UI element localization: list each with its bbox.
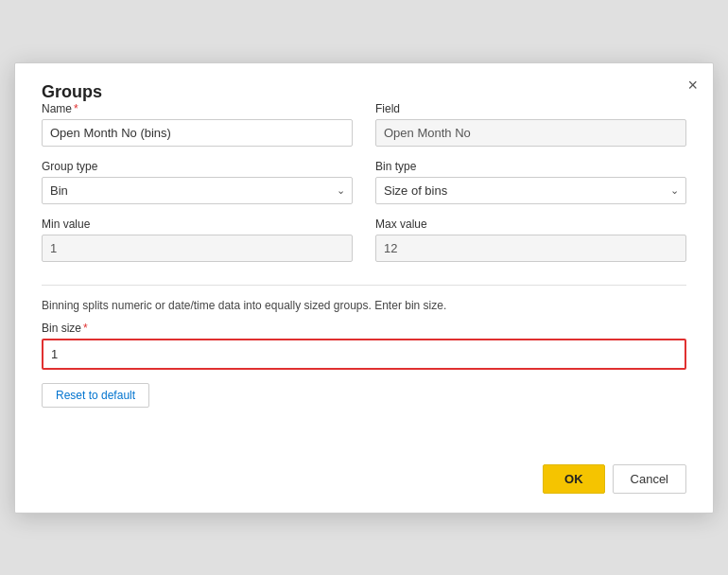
field-label: Field (375, 102, 686, 115)
bin-type-label: Bin type (375, 160, 686, 173)
bin-size-input[interactable] (43, 340, 685, 368)
max-value-input (375, 235, 686, 262)
reset-to-default-button[interactable]: Reset to default (42, 383, 149, 408)
max-value-label: Max value (375, 218, 686, 231)
bin-size-group: Bin size* (42, 322, 686, 370)
bin-type-select-wrapper: Size of bins Number of bins ⌄ (375, 177, 686, 204)
name-label: Name* (42, 102, 353, 115)
min-value-group: Min value (42, 218, 353, 262)
field-input (375, 119, 686, 147)
group-type-label: Group type (42, 160, 353, 173)
max-value-group: Max value (375, 218, 686, 262)
ok-button[interactable]: OK (543, 464, 605, 494)
min-value-input (42, 235, 353, 262)
bin-type-group: Bin type Size of bins Number of bins ⌄ (375, 160, 686, 204)
group-type-select[interactable]: Bin List (42, 177, 353, 204)
bin-size-input-wrapper (42, 339, 686, 370)
info-text: Binning splits numeric or date/time data… (42, 299, 686, 312)
dialog-title: Groups (42, 82, 102, 101)
dialog-footer: OK Cancel (42, 464, 686, 494)
name-group: Name* (42, 102, 353, 147)
close-button[interactable]: × (687, 77, 698, 94)
bin-size-label: Bin size* (42, 322, 686, 335)
name-required-star: * (74, 102, 78, 115)
cancel-button[interactable]: Cancel (613, 464, 686, 494)
groups-dialog: Groups × Name* Field Group type Bin List… (14, 62, 714, 514)
group-type-select-wrapper: Bin List ⌄ (42, 177, 353, 204)
bin-size-required-star: * (83, 322, 88, 335)
form-grid: Name* Field Group type Bin List ⌄ Bin ty… (42, 102, 686, 275)
group-type-group: Group type Bin List ⌄ (42, 160, 353, 204)
divider (42, 285, 686, 286)
bin-type-select[interactable]: Size of bins Number of bins (375, 177, 686, 204)
field-group: Field (375, 102, 686, 147)
name-input[interactable] (42, 119, 353, 147)
min-value-label: Min value (42, 218, 353, 231)
